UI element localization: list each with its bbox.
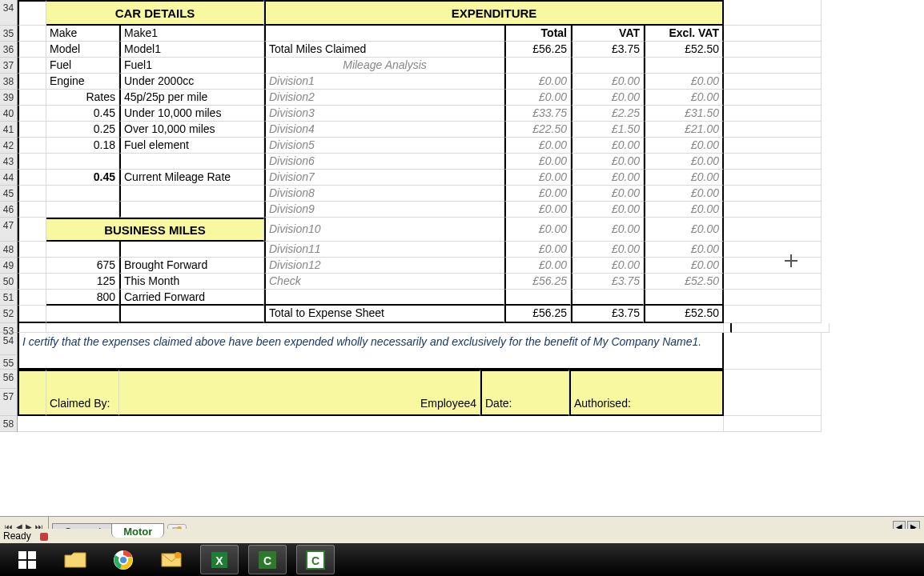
car-right[interactable]: Under 10,000 miles [119,106,264,122]
division-total[interactable]: £0.00 [504,202,571,218]
row-header[interactable]: 52 [0,306,18,323]
total-expense-label[interactable]: Total to Expense Sheet [264,306,504,323]
division-exvat[interactable]: £0.00 [644,74,724,90]
bf-label[interactable]: Brought Forward [119,258,264,274]
camtasia-rec-button[interactable]: C [296,545,335,574]
row-header[interactable]: 36 [0,42,18,58]
exvat-header[interactable]: Excl. VAT [644,26,724,42]
cell[interactable] [644,58,724,74]
check-vat[interactable]: £3.75 [571,274,644,290]
cell[interactable] [724,218,822,242]
division-exvat[interactable]: £0.00 [644,202,724,218]
division-exvat[interactable]: £31.50 [644,106,724,122]
cell[interactable] [18,370,46,416]
division-name[interactable]: Division4 [264,122,504,138]
total-miles-vat[interactable]: £3.75 [571,42,644,58]
cell[interactable] [724,306,822,323]
cell[interactable] [18,290,46,306]
cell[interactable] [724,333,822,370]
division-exvat[interactable]: £0.00 [644,170,724,186]
division-total[interactable]: £0.00 [504,90,571,106]
fuel-label[interactable]: Fuel [46,58,119,74]
macro-record-icon[interactable] [40,533,48,541]
division-name[interactable]: Division11 [264,242,504,258]
expenditure-header[interactable]: EXPENDITURE [264,0,724,26]
total-miles-exvat[interactable]: £52.50 [644,42,724,58]
division-exvat[interactable]: £0.00 [644,90,724,106]
outlook-button[interactable] [152,545,191,574]
cell[interactable] [18,106,46,122]
cell[interactable] [724,106,822,122]
division-total[interactable]: £0.00 [504,186,571,202]
tm-value[interactable]: 125 [46,274,119,290]
cell[interactable] [18,258,46,274]
check-exvat[interactable]: £52.50 [644,274,724,290]
total-miles-label[interactable]: Total Miles Claimed [264,42,504,58]
division-vat[interactable]: £0.00 [571,154,644,170]
division-vat[interactable]: £0.00 [571,90,644,106]
cell[interactable] [724,138,822,154]
cell[interactable] [504,58,571,74]
start-button[interactable] [8,545,46,574]
car-details-header[interactable]: CAR DETAILS [46,0,264,26]
division-name[interactable]: Division1 [264,74,504,90]
division-name[interactable]: Division10 [264,218,504,242]
division-total[interactable]: £0.00 [504,258,571,274]
grid[interactable]: CAR DETAILS EXPENDITURE Make Make1 Total… [18,0,924,432]
cell[interactable] [18,202,46,218]
row-header[interactable]: 45 [0,186,18,202]
division-total[interactable]: £0.00 [504,154,571,170]
total-miles-total[interactable]: £56.25 [504,42,571,58]
cell[interactable] [724,323,732,333]
cell[interactable] [724,274,822,290]
car-left[interactable]: 0.45 [46,106,119,122]
claimed-by-label[interactable]: Claimed By: [46,370,119,416]
cell[interactable] [724,42,822,58]
cell[interactable] [264,290,504,306]
row-header[interactable]: 50 [0,274,18,290]
cell[interactable] [724,416,822,432]
business-miles-header[interactable]: BUSINESS MILES [46,218,264,242]
car-right[interactable]: Under 2000cc [119,74,264,90]
cell[interactable] [18,42,46,58]
division-total[interactable]: £0.00 [504,74,571,90]
division-exvat[interactable]: £0.00 [644,138,724,154]
car-left[interactable] [46,202,119,218]
car-left[interactable]: Engine [46,74,119,90]
cell[interactable] [724,26,822,42]
cell[interactable] [724,0,822,26]
car-left[interactable] [46,154,119,170]
cell[interactable] [732,323,830,333]
check-label[interactable]: Check [264,274,504,290]
cell[interactable] [571,58,644,74]
division-exvat[interactable]: £0.00 [644,186,724,202]
grand-total[interactable]: £56.25 [504,306,571,323]
row-header[interactable]: 56 [0,370,18,389]
cell[interactable] [18,154,46,170]
cell[interactable] [504,290,571,306]
division-name[interactable]: Division2 [264,90,504,106]
division-name[interactable]: Division5 [264,138,504,154]
division-vat[interactable]: £0.00 [571,138,644,154]
cell[interactable] [724,290,822,306]
cell[interactable] [18,218,46,242]
row-header[interactable]: 53 [0,323,18,333]
car-right[interactable]: Over 10,000 miles [119,122,264,138]
division-vat[interactable]: £0.00 [571,242,644,258]
car-left[interactable]: 0.18 [46,138,119,154]
cell[interactable] [724,58,822,74]
car-left[interactable] [46,186,119,202]
division-total[interactable]: £0.00 [504,170,571,186]
row-header[interactable]: 40 [0,106,18,122]
cell[interactable] [18,416,724,432]
car-right[interactable]: 45p/25p per mile [119,90,264,106]
cf-value[interactable]: 800 [46,290,119,306]
car-right[interactable] [119,186,264,202]
authorised-label[interactable]: Authorised: [569,370,724,416]
division-name[interactable]: Division8 [264,186,504,202]
employee-name[interactable]: Employee4 [119,370,480,416]
cell[interactable] [724,242,822,258]
division-vat[interactable]: £0.00 [571,74,644,90]
division-name[interactable]: Division7 [264,170,504,186]
division-exvat[interactable]: £0.00 [644,258,724,274]
